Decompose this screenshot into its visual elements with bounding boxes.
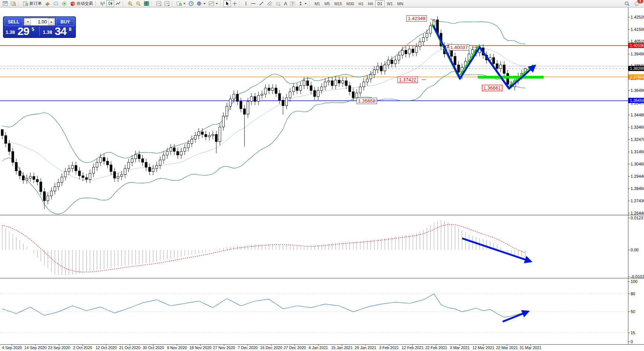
dropdown-caret-icon bbox=[305, 3, 307, 4]
timeframe-button-w1[interactable]: W1 bbox=[384, 0, 395, 7]
main-toolbar: 新订单 自动交易 bbox=[0, 0, 644, 7]
toolbar-separator bbox=[172, 1, 174, 6]
equidistant-channel-tool[interactable] bbox=[265, 0, 274, 7]
new-order-label: 新订单 bbox=[29, 1, 42, 6]
sell-price-sup: 5 bbox=[32, 26, 34, 32]
indicators-window-icon[interactable] bbox=[155, 0, 163, 7]
bar-chart-type-button[interactable] bbox=[99, 0, 106, 7]
volume-decrease-button[interactable] bbox=[25, 18, 31, 25]
dropdown-caret-icon bbox=[216, 3, 218, 4]
timeframe-button-m15[interactable]: M15 bbox=[332, 0, 344, 7]
text-tool[interactable]: A bbox=[283, 0, 289, 7]
signal-icon[interactable] bbox=[60, 0, 68, 7]
cloud-icon[interactable] bbox=[52, 0, 60, 7]
new-order-button[interactable]: 新订单 bbox=[22, 0, 43, 7]
buy-price[interactable]: 1.38 34 8 bbox=[41, 26, 75, 36]
autotrading-button[interactable]: 自动交易 bbox=[68, 0, 94, 7]
market-watch-search-icon[interactable] bbox=[9, 0, 17, 7]
toolbar-separator bbox=[220, 1, 223, 6]
buy-price-small: 1.38 bbox=[43, 29, 52, 35]
dropdown-caret-icon bbox=[203, 3, 206, 4]
period-clock-icon[interactable] bbox=[187, 0, 195, 7]
profiles-icon[interactable] bbox=[195, 0, 207, 7]
terminal-window-icon[interactable] bbox=[1, 0, 9, 7]
toolbar-separator bbox=[151, 1, 154, 6]
candle-chart-type-button[interactable] bbox=[106, 0, 114, 7]
timeframe-button-h1[interactable]: H1 bbox=[356, 0, 366, 7]
timeframe-button-mn[interactable]: MN bbox=[395, 0, 405, 7]
crosshair-tool-button[interactable] bbox=[231, 0, 239, 7]
search-icon[interactable] bbox=[623, 0, 631, 7]
one-click-trading-panel: SELL BUY 1.38 29 5 1.38 34 8 bbox=[3, 16, 76, 38]
toolbar-separator bbox=[123, 1, 125, 6]
trade-panel-divider bbox=[39, 26, 40, 36]
zoom-in-button[interactable] bbox=[126, 0, 134, 7]
timeframe-button-h4[interactable]: H4 bbox=[366, 0, 375, 7]
zoom-out-button[interactable] bbox=[134, 0, 142, 7]
add-indicator-button[interactable] bbox=[175, 0, 187, 7]
tile-windows-icon[interactable] bbox=[142, 0, 151, 7]
toolbar-right-group: 1 bbox=[623, 0, 643, 7]
notifications-button[interactable]: 1 bbox=[633, 0, 641, 7]
toolbar-separator bbox=[95, 1, 98, 6]
line-chart-type-button[interactable] bbox=[114, 0, 122, 7]
notification-count-badge: 1 bbox=[637, 0, 643, 3]
toolbar-separator bbox=[18, 1, 21, 6]
timeframe-button-m1[interactable]: M1 bbox=[312, 0, 322, 7]
arrows-tool[interactable] bbox=[297, 0, 308, 7]
toolbar-separator bbox=[239, 1, 242, 6]
price-chart-canvas[interactable] bbox=[0, 0, 644, 351]
timeframe-button-d1[interactable]: D1 bbox=[375, 0, 384, 7]
sell-price-small: 1.38 bbox=[6, 29, 15, 35]
cursor-tool-button[interactable] bbox=[223, 0, 231, 7]
autotrading-label: 自动交易 bbox=[77, 1, 93, 6]
toolbar-separator bbox=[309, 1, 312, 6]
timeframe-button-m5[interactable]: M5 bbox=[322, 0, 332, 7]
trendline-tool[interactable] bbox=[257, 0, 265, 7]
vertical-line-tool[interactable] bbox=[243, 0, 249, 7]
volume-increase-button[interactable] bbox=[48, 18, 54, 25]
mt4-window: 1.425201.415001.405101.394901.385001.374… bbox=[0, 0, 644, 351]
svg-text:T: T bbox=[292, 2, 294, 6]
dropdown-caret-icon bbox=[183, 3, 186, 4]
volume-input[interactable] bbox=[31, 19, 48, 25]
chart-template-icon[interactable] bbox=[207, 0, 219, 7]
fibonacci-tool[interactable] bbox=[274, 0, 283, 7]
eraser-icon[interactable] bbox=[43, 0, 52, 7]
buy-price-sup: 8 bbox=[69, 26, 71, 32]
indicators-list-icon[interactable] bbox=[163, 0, 171, 7]
horizontal-line-tool[interactable] bbox=[249, 0, 257, 7]
volume-box bbox=[24, 18, 55, 26]
text-label-tool[interactable]: T bbox=[289, 0, 297, 7]
timeframe-button-m30[interactable]: M30 bbox=[344, 0, 356, 7]
timeframe-group: M1M5M15M30H1H4D1W1MN bbox=[312, 0, 405, 7]
buy-price-big: 34 bbox=[55, 25, 66, 38]
sell-price-big: 29 bbox=[17, 25, 29, 38]
sell-price[interactable]: 1.38 29 5 bbox=[3, 26, 38, 36]
